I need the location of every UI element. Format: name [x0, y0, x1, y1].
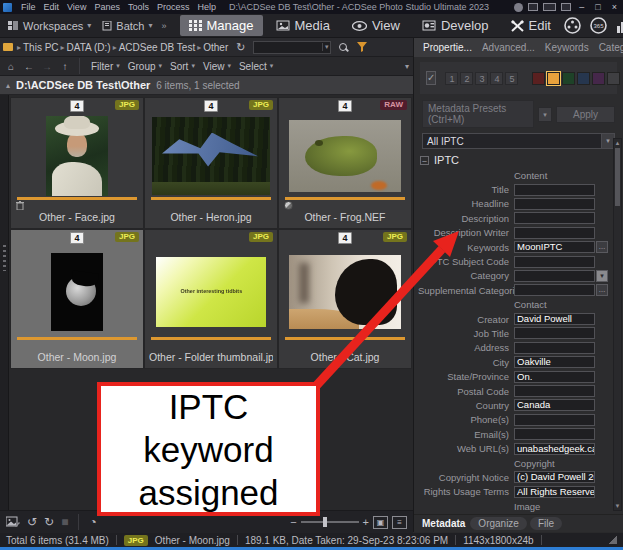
- dropdown-button[interactable]: ▾: [596, 270, 608, 282]
- more-options-icon[interactable]: ▾: [405, 62, 409, 71]
- rating-2[interactable]: 2: [460, 72, 473, 85]
- layout-left-icon[interactable]: [528, 3, 538, 11]
- film-reel-icon[interactable]: [563, 17, 583, 35]
- field-input-phone-s[interactable]: [514, 414, 595, 426]
- menu-file[interactable]: File: [17, 2, 40, 12]
- color-label-5[interactable]: [607, 72, 620, 85]
- edit-image-icon[interactable]: [6, 516, 20, 528]
- thumbnail-heron[interactable]: [152, 117, 270, 195]
- menu-process[interactable]: Process: [153, 2, 194, 12]
- field-input-web-url-s[interactable]: unabashedgeek.ca: [514, 443, 595, 455]
- thumbnail-area[interactable]: Other interesting tidbits: [149, 246, 273, 337]
- overflow-chevron-icon[interactable]: »: [160, 21, 168, 31]
- field-input-title[interactable]: [514, 184, 595, 196]
- file-tile-other-cat-jpg[interactable]: 4JPGOther - Cat.jpg: [278, 229, 412, 369]
- file-tile-other-frog-nef[interactable]: 4RAWOther - Frog.NEF: [278, 97, 412, 229]
- rating-4[interactable]: 4: [490, 72, 503, 85]
- thumbnail-moon[interactable]: [51, 253, 103, 331]
- minimize-button[interactable]: –: [576, 2, 587, 12]
- field-input-description[interactable]: [514, 212, 595, 224]
- menu-help[interactable]: Help: [193, 2, 220, 12]
- left-pane-splitter[interactable]: [0, 95, 9, 510]
- metadata-presets-button[interactable]: Metadata Presets (Ctrl+M): [422, 100, 534, 128]
- file-tile-other-moon-jpg[interactable]: 4JPGOther - Moon.jpg: [10, 229, 144, 369]
- browse-menu-sort[interactable]: Sort▾: [166, 61, 199, 72]
- thumbnail-face[interactable]: [46, 116, 108, 196]
- account-icon[interactable]: [514, 3, 523, 12]
- dashboard-icon[interactable]: [615, 17, 623, 35]
- thumbnail-area[interactable]: [283, 114, 407, 197]
- batch-button[interactable]: Batch▾: [98, 18, 156, 34]
- rating-5[interactable]: 5: [505, 72, 518, 85]
- breadcrumb-item-acdsee-db-test[interactable]: ACDSee DB Test: [119, 42, 196, 53]
- zoom-out-icon[interactable]: −: [290, 516, 296, 528]
- ellipsis-button[interactable]: …: [596, 284, 608, 296]
- field-input-copyright-notice[interactable]: (c) David Powell 2023: [514, 471, 595, 483]
- version-count-badge[interactable]: 4: [338, 100, 351, 112]
- refresh-icon[interactable]: ↻: [236, 41, 245, 54]
- details-view-icon[interactable]: ≡: [392, 516, 407, 529]
- mode-edit[interactable]: Edit: [502, 15, 560, 36]
- field-input-headline[interactable]: [514, 198, 595, 210]
- tab-organize[interactable]: Organize: [470, 517, 527, 530]
- menu-tools[interactable]: Tools: [124, 2, 153, 12]
- tab-advanced[interactable]: Advanced...: [477, 40, 540, 55]
- file-tile-other-heron-jpg[interactable]: 4JPGOther - Heron.jpg: [144, 97, 278, 229]
- tab-category[interactable]: Category: [594, 40, 623, 55]
- scroll-up-icon[interactable]: ▲: [614, 140, 621, 146]
- color-label-0[interactable]: [532, 72, 545, 85]
- tab-metadata[interactable]: Metadata: [420, 517, 467, 530]
- ellipsis-button[interactable]: …: [596, 241, 608, 253]
- thumbnail-area[interactable]: [15, 114, 139, 197]
- back-icon[interactable]: ←: [22, 61, 36, 72]
- layout-right-icon[interactable]: [561, 3, 571, 11]
- thumbnail-area[interactable]: [15, 246, 139, 337]
- menu-edit[interactable]: Edit: [40, 2, 64, 12]
- metadata-checkbox[interactable]: ✓: [426, 71, 436, 85]
- collapse-icon[interactable]: ▴: [6, 81, 10, 90]
- thumbnail-cat[interactable]: [289, 255, 401, 329]
- file-tile-other-folder-thumbnail-jpg[interactable]: JPGOther interesting tidbitsOther - Fold…: [144, 229, 278, 369]
- field-input-supplemental-categori[interactable]: [514, 284, 595, 296]
- apply-button[interactable]: Apply: [556, 106, 615, 123]
- field-input-iptc-subject-code[interactable]: [514, 256, 595, 268]
- field-input-job-title[interactable]: [514, 327, 595, 339]
- file-tile-other-face-jpg[interactable]: 4JPGOther - Face.jpg: [10, 97, 144, 229]
- field-input-keywords[interactable]: MoonIPTC: [514, 241, 595, 253]
- maximize-button[interactable]: □: [592, 2, 603, 12]
- thumbnail-frog[interactable]: [289, 120, 401, 192]
- search-input[interactable]: ▾: [253, 41, 331, 54]
- breadcrumb-item-data-d[interactable]: DATA (D:): [67, 42, 111, 53]
- close-button[interactable]: ×: [609, 2, 620, 12]
- field-input-state-province[interactable]: On.: [514, 371, 595, 383]
- version-count-badge[interactable]: 4: [70, 232, 83, 244]
- presets-dropdown-icon[interactable]: ▾: [538, 107, 552, 122]
- mode-develop[interactable]: Develop: [413, 15, 498, 36]
- color-label-3[interactable]: [577, 72, 590, 85]
- field-input-city[interactable]: Oakville: [514, 356, 595, 368]
- mode-view[interactable]: View: [343, 15, 409, 36]
- field-input-creator[interactable]: David Powell: [514, 313, 595, 325]
- panel-scrollbar[interactable]: ▲ ▼: [613, 138, 622, 511]
- acdsee-365-icon[interactable]: 365: [589, 17, 609, 35]
- rotate-right-icon[interactable]: ↻: [44, 516, 54, 528]
- zoom-in-icon[interactable]: +: [363, 516, 369, 528]
- field-input-postal-code[interactable]: [514, 385, 595, 397]
- field-input-category[interactable]: [514, 270, 595, 282]
- layout-full-icon[interactable]: [543, 3, 556, 11]
- scrollbar-thumb[interactable]: [615, 148, 620, 206]
- workspaces-button[interactable]: Workspaces▾: [4, 18, 95, 34]
- rating-3[interactable]: 3: [475, 72, 488, 85]
- color-label-2[interactable]: [562, 72, 575, 85]
- delete-icon[interactable]: ■: [61, 516, 68, 528]
- tab-keywords[interactable]: Keywords: [540, 40, 594, 55]
- field-input-rights-usage-terms[interactable]: All Rights Reserved: [514, 486, 595, 498]
- scroll-down-icon[interactable]: ▼: [614, 503, 621, 509]
- browse-menu-filter[interactable]: Filter▾: [87, 61, 124, 72]
- breadcrumb-item-this-pc[interactable]: This PC: [23, 42, 59, 53]
- zoom-slider-thumb[interactable]: [323, 517, 327, 527]
- field-input-description-writer[interactable]: [514, 227, 595, 239]
- resize-grip[interactable]: [609, 536, 617, 544]
- field-input-email-s[interactable]: [514, 428, 595, 440]
- up-icon[interactable]: ↑: [58, 61, 72, 72]
